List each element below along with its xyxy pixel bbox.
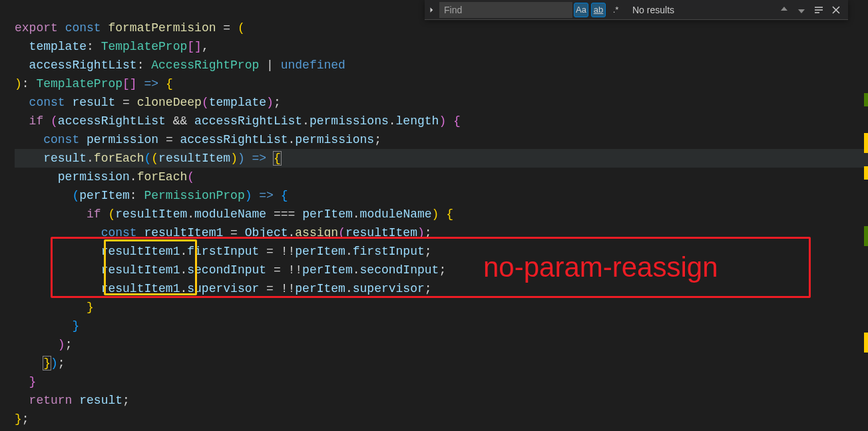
code-line[interactable]: } bbox=[15, 298, 868, 317]
match-options: Aa ab .* bbox=[574, 3, 623, 17]
find-nav bbox=[776, 2, 848, 18]
code-line[interactable]: if (resultItem.moduleName === perItem.mo… bbox=[15, 205, 868, 223]
find-expand-toggle[interactable] bbox=[425, 0, 438, 19]
diff-marker bbox=[864, 93, 868, 106]
diff-marker bbox=[864, 133, 868, 153]
code-line[interactable]: template: TemplateProp[], bbox=[15, 37, 868, 56]
code-line[interactable]: const permission = accessRightList.permi… bbox=[15, 130, 868, 149]
code-line[interactable]: const result = cloneDeep(template); bbox=[15, 93, 868, 112]
code-line[interactable]: return result; bbox=[15, 391, 868, 410]
code-line[interactable]: } bbox=[15, 317, 868, 335]
code-line[interactable]: if (accessRightList && accessRightList.p… bbox=[15, 112, 868, 130]
code-line[interactable]: accessRightList: AccessRightProp | undef… bbox=[15, 56, 868, 74]
code-line[interactable]: } bbox=[15, 372, 868, 391]
code-line[interactable]: ): TemplateProp[] => { bbox=[15, 74, 868, 93]
find-widget: Find Aa ab .* No results bbox=[425, 0, 848, 20]
code-line[interactable]: }); bbox=[15, 354, 868, 372]
code-line[interactable]: resultItem1.firstInput = !!perItem.first… bbox=[15, 242, 868, 261]
arrow-down-icon bbox=[796, 5, 807, 15]
code-line[interactable]: (perItem: PermissionProp) => { bbox=[15, 186, 868, 205]
find-placeholder: Find bbox=[444, 5, 568, 15]
code-editor[interactable]: export const formatPermision = ( templat… bbox=[0, 0, 868, 431]
find-results-label: No results bbox=[627, 5, 680, 15]
match-case-button[interactable]: Aa bbox=[574, 3, 588, 17]
find-input[interactable]: Find bbox=[439, 2, 572, 18]
code-line[interactable]: resultItem1.supervisor = !!perItem.super… bbox=[15, 279, 868, 298]
diff-marker bbox=[864, 226, 868, 246]
match-regex-button[interactable]: .* bbox=[608, 3, 623, 17]
diff-marker bbox=[864, 166, 868, 180]
close-icon bbox=[831, 5, 841, 15]
find-prev-button[interactable] bbox=[776, 2, 792, 18]
code-line[interactable]: resultItem1.secondInput = !!perItem.seco… bbox=[15, 261, 868, 279]
arrow-up-icon bbox=[779, 5, 789, 15]
chevron-right-icon bbox=[427, 6, 435, 14]
match-whole-word-button[interactable]: ab bbox=[591, 3, 606, 17]
code-line[interactable]: }; bbox=[15, 410, 868, 428]
selection-icon bbox=[813, 5, 824, 15]
code-line[interactable]: export const formatPermision = ( bbox=[15, 19, 868, 37]
code-line[interactable]: result.forEach((resultItem)) => { bbox=[15, 149, 868, 168]
code-line[interactable]: ); bbox=[15, 335, 868, 354]
code-line[interactable]: const resultItem1 = Object.assign(result… bbox=[15, 223, 868, 242]
code-line[interactable]: permission.forEach( bbox=[15, 168, 868, 186]
find-next-button[interactable] bbox=[793, 2, 809, 18]
diff-marker bbox=[864, 333, 868, 353]
find-in-selection-button[interactable] bbox=[811, 2, 827, 18]
find-close-button[interactable] bbox=[828, 2, 844, 18]
